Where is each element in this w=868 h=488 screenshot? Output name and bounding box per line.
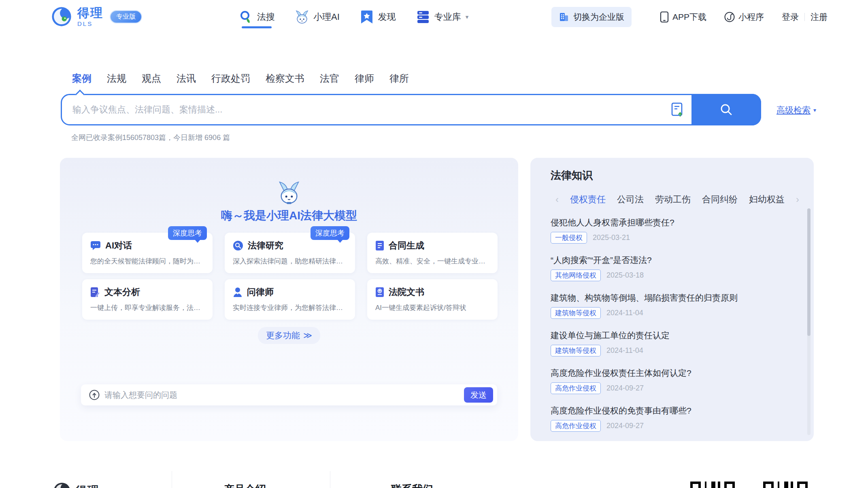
feature-court-document[interactable]: 法院文书 AI一键生成要素起诉状/答辩状	[367, 279, 498, 320]
feature-desc: 实时连接专业律师，为您解答法律疑问。	[233, 303, 347, 312]
question-input[interactable]	[104, 390, 464, 400]
list-item: 侵犯他人人身权需承担哪些责任? 一般侵权 2025-03-21	[551, 217, 785, 243]
nav-label: 发现	[378, 11, 396, 23]
list-item: 建设单位与施工单位的责任认定 建筑物等侵权 2024-11-04	[551, 330, 785, 356]
item-date: 2024-09-27	[606, 422, 644, 430]
ktab-contract-dispute[interactable]: 合同纠纷	[702, 193, 738, 206]
feature-legal-research[interactable]: 深度思考 法律研究 深入探索法律问题，助您精研法律专业，...	[225, 233, 355, 273]
search-button[interactable]	[691, 94, 761, 125]
tab-judge[interactable]: 法官	[320, 72, 339, 85]
tab-lawyer[interactable]: 律师	[355, 72, 374, 85]
tag-badge[interactable]: 高危作业侵权	[551, 420, 601, 432]
feature-text-analysis[interactable]: 文本分析 一键上传，即享专业解读服务，法律文书...	[82, 279, 213, 320]
deep-think-badge: 深度思考	[311, 226, 349, 240]
knowledge-item-title[interactable]: “人肉搜索”“开盒”是否违法?	[551, 255, 785, 266]
item-date: 2024-11-04	[606, 309, 643, 317]
more-features-label: 更多功能	[266, 330, 300, 341]
auth-links: 登录 注册	[782, 11, 828, 23]
feature-desc: 一键上传，即享专业解读服务，法律文书...	[90, 303, 204, 312]
feature-title: 合同生成	[389, 240, 424, 252]
tag-badge[interactable]: 一般侵权	[551, 232, 587, 244]
divider	[330, 471, 330, 488]
knowledge-item-title[interactable]: 高度危险作业侵权的免责事由有哪些?	[551, 405, 785, 416]
tab-admin-penalty[interactable]: 行政处罚	[211, 72, 250, 85]
login-link[interactable]: 登录	[782, 11, 799, 23]
list-item: 建筑物、构筑物等倒塌、塌陷损害责任的归责原则 建筑物等侵权 2024-11-04	[551, 292, 785, 318]
nav-item-discover[interactable]: 发现	[359, 0, 396, 34]
mascot-icon	[294, 9, 310, 25]
footer-logo: 得理	[53, 482, 100, 488]
header-right: 切换为企业版 APP下载 小程序 登录 注册	[551, 0, 828, 34]
mini-program-label: 小程序	[738, 11, 764, 23]
upload-question-icon[interactable]	[89, 390, 100, 400]
magnifier-icon	[719, 103, 733, 117]
knowledge-item-title[interactable]: 建设单位与施工单位的责任认定	[551, 330, 785, 341]
knowledge-item-title[interactable]: 建筑物、构筑物等倒塌、塌陷损害责任的归责原则	[551, 292, 785, 303]
register-link[interactable]: 注册	[811, 11, 828, 23]
chevron-left-icon[interactable]: ‹	[555, 194, 559, 205]
list-item: 高度危险作业侵权责任主体如何认定? 高危作业侵权 2024-09-27	[551, 367, 785, 393]
tab-viewpoint[interactable]: 观点	[142, 72, 161, 85]
nav-item-pro-library[interactable]: 专业库 ▾	[415, 0, 469, 34]
ai-assistant-panel: 嗨～我是小理AI法律大模型 深度思考 AI对话 您的全天候智能法律顾问，随时为您…	[60, 158, 518, 441]
scrollbar-thumb[interactable]	[807, 208, 811, 336]
nav-item-fasou[interactable]: 法搜	[238, 0, 275, 34]
divider	[172, 471, 172, 488]
advanced-search[interactable]: 高级检索 ▾	[777, 104, 816, 116]
knowledge-item-title[interactable]: 侵犯他人人身权需承担哪些责任?	[551, 217, 785, 228]
knowledge-tabs: ‹ 侵权责任 公司法 劳动工伤 合同纠纷 妇幼权益 ›	[555, 193, 799, 206]
nav-label: 专业库	[434, 11, 461, 23]
feature-title: 法院文书	[389, 286, 424, 298]
court-doc-icon	[375, 287, 384, 297]
tab-case[interactable]: 案例	[72, 72, 91, 85]
feature-title: AI对话	[105, 240, 132, 252]
lawyer-icon	[233, 287, 243, 297]
page: 得理 DLS 专业版 法搜	[0, 0, 868, 488]
double-chevron-icon: ≫	[303, 331, 312, 340]
nav-item-xiaoli-ai[interactable]: 小理AI	[294, 0, 340, 34]
ktab-company-law[interactable]: 公司法	[617, 193, 644, 206]
switch-enterprise-button[interactable]: 切换为企业版	[551, 7, 632, 27]
feature-grid: 深度思考 AI对话 您的全天候智能法律顾问，随时为您解答... 深度思考	[82, 233, 498, 320]
app-download[interactable]: APP下载	[660, 11, 706, 23]
tag-badge[interactable]: 建筑物等侵权	[551, 307, 601, 319]
feature-desc: AI一键生成要素起诉状/答辩状	[375, 303, 489, 312]
search-input[interactable]	[62, 95, 663, 124]
ktab-women-children[interactable]: 妇幼权益	[749, 193, 785, 206]
tag-badge[interactable]: 其他网络侵权	[551, 269, 601, 281]
footer-section-product: 产品介绍	[224, 482, 266, 488]
more-features-button[interactable]: 更多功能 ≫	[258, 327, 320, 344]
knowledge-title: 法律知识	[551, 168, 593, 182]
feature-ask-lawyer[interactable]: 问律师 实时连接专业律师，为您解答法律疑问。	[225, 279, 355, 320]
feature-ai-chat[interactable]: 深度思考 AI对话 您的全天候智能法律顾问，随时为您解答...	[82, 233, 213, 273]
knowledge-item-title[interactable]: 高度危险作业侵权责任主体如何认定?	[551, 367, 785, 379]
switch-enterprise-label: 切换为企业版	[573, 11, 624, 23]
tab-procuratorial-doc[interactable]: 检察文书	[266, 72, 304, 85]
feature-contract-generation[interactable]: 合同生成 高效、精准、安全，一键生成专业级合同...	[367, 233, 498, 273]
send-button[interactable]: 发送	[464, 387, 493, 403]
doc-upload-icon[interactable]	[663, 95, 691, 124]
tag-badge[interactable]: 高危作业侵权	[551, 382, 601, 394]
ktab-labor-injury[interactable]: 劳动工伤	[655, 193, 691, 206]
search-category-tabs: 案例 法规 观点 法讯 行政处罚 检察文书 法官 律师 律所	[72, 72, 409, 85]
legal-knowledge-panel: 法律知识 ‹ 侵权责任 公司法 劳动工伤 合同纠纷 妇幼权益 › 侵犯他人人身权…	[530, 158, 814, 441]
chevron-right-icon[interactable]: ›	[796, 194, 799, 205]
tab-regulation[interactable]: 法规	[107, 72, 126, 85]
nav-label: 法搜	[257, 11, 275, 23]
item-date: 2024-11-04	[606, 346, 643, 355]
phone-icon	[660, 11, 669, 23]
database-icon	[415, 9, 431, 25]
text-analysis-icon	[90, 287, 100, 297]
xiaoli-mascot	[277, 180, 302, 206]
header: 得理 DLS 专业版 法搜	[0, 0, 868, 34]
list-item: “人肉搜索”“开盒”是否违法? 其他网络侵权 2025-03-18	[551, 255, 785, 280]
tab-law-news[interactable]: 法讯	[177, 72, 196, 85]
ktab-tort-liability[interactable]: 侵权责任	[570, 193, 606, 206]
item-date: 2025-03-21	[593, 233, 630, 242]
knowledge-list: 侵犯他人人身权需承担哪些责任? 一般侵权 2025-03-21 “人肉搜索”“开…	[551, 217, 785, 441]
brand-logo[interactable]: 得理 DLS 专业版	[51, 6, 142, 28]
tab-law-firm[interactable]: 律所	[389, 72, 409, 85]
tag-badge[interactable]: 建筑物等侵权	[551, 345, 601, 356]
mini-program[interactable]: 小程序	[724, 11, 764, 23]
app-download-label: APP下载	[672, 11, 706, 23]
